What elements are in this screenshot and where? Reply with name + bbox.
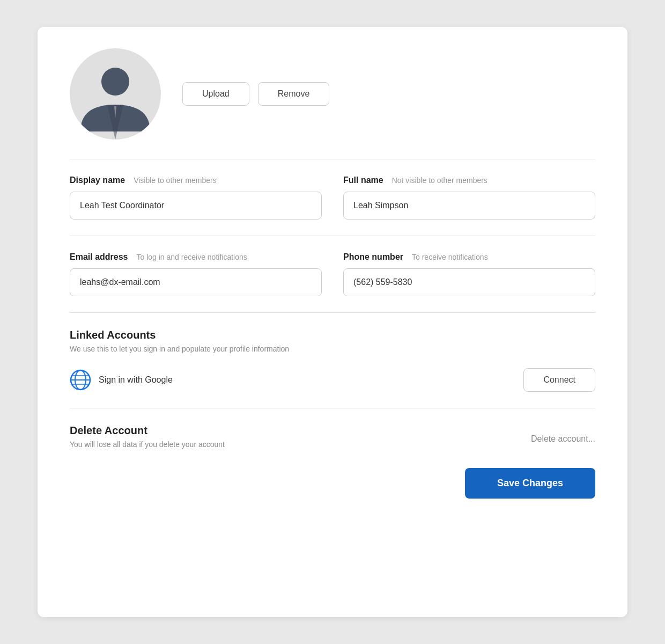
full-name-input[interactable] — [343, 192, 595, 219]
phone-hint: To receive notifications — [412, 253, 488, 261]
full-name-group: Full name Not visible to other members — [343, 175, 595, 219]
remove-button[interactable]: Remove — [258, 82, 330, 106]
email-input[interactable] — [70, 268, 322, 296]
delete-account-link[interactable]: Delete account... — [531, 434, 595, 444]
phone-label: Phone number — [343, 252, 403, 262]
email-label-row: Email address To log in and receive noti… — [70, 252, 322, 262]
delete-left: Delete Account You will lose all data if… — [70, 425, 225, 449]
avatar-icon — [70, 48, 161, 140]
connect-button[interactable]: Connect — [523, 368, 595, 392]
delete-account-title: Delete Account — [70, 425, 225, 437]
google-account-left: Sign in with Google — [70, 369, 173, 391]
linked-accounts-section: Linked Accounts We use this to let you s… — [70, 329, 595, 392]
avatar-buttons: Upload Remove — [182, 82, 329, 106]
full-name-label: Full name — [343, 175, 383, 185]
avatar-section: Upload Remove — [70, 48, 595, 140]
name-row: Display name Visible to other members Fu… — [70, 175, 595, 219]
display-name-label-row: Display name Visible to other members — [70, 175, 322, 185]
phone-group: Phone number To receive notifications — [343, 252, 595, 296]
email-hint: To log in and receive notifications — [137, 253, 247, 261]
display-name-input[interactable] — [70, 192, 322, 219]
google-label: Sign in with Google — [99, 375, 173, 385]
display-name-hint: Visible to other members — [134, 176, 217, 185]
linked-accounts-title: Linked Accounts — [70, 329, 595, 341]
full-name-label-row: Full name Not visible to other members — [343, 175, 595, 185]
save-button[interactable]: Save Changes — [465, 468, 595, 499]
svg-point-1 — [101, 68, 129, 96]
phone-input[interactable] — [343, 268, 595, 296]
full-name-hint: Not visible to other members — [392, 176, 487, 185]
email-group: Email address To log in and receive noti… — [70, 252, 322, 296]
divider-3 — [70, 312, 595, 313]
globe-icon — [70, 369, 91, 391]
profile-card: Upload Remove Display name Visible to ot… — [38, 27, 627, 617]
display-name-label: Display name — [70, 175, 125, 185]
email-label: Email address — [70, 252, 128, 262]
phone-label-row: Phone number To receive notifications — [343, 252, 595, 262]
divider-1 — [70, 159, 595, 159]
save-row: Save Changes — [70, 468, 595, 499]
linked-accounts-subtitle: We use this to let you sign in and popul… — [70, 345, 595, 353]
display-name-group: Display name Visible to other members — [70, 175, 322, 219]
contact-row: Email address To log in and receive noti… — [70, 252, 595, 296]
upload-button[interactable]: Upload — [182, 82, 249, 106]
divider-4 — [70, 408, 595, 408]
delete-account-section: Delete Account You will lose all data if… — [70, 425, 595, 449]
google-account-row: Sign in with Google Connect — [70, 368, 595, 392]
delete-account-subtitle: You will lose all data if you delete you… — [70, 440, 225, 449]
divider-2 — [70, 236, 595, 236]
avatar-circle — [70, 48, 161, 140]
